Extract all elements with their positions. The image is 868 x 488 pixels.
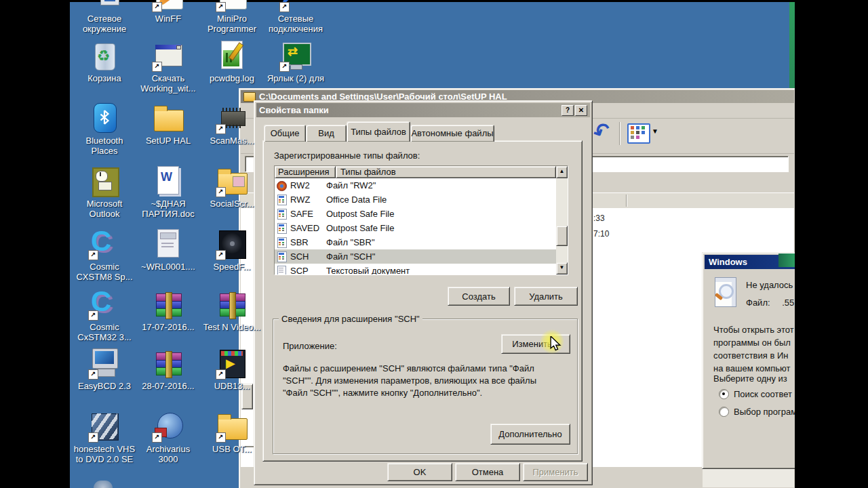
- file-type-row-sbr[interactable]: SBRФайл "SBR": [275, 235, 556, 249]
- desktop-icon-label[interactable]: Test N Video...: [201, 322, 263, 332]
- desktop-icon-net-conn[interactable]: ↗: [279, 0, 312, 12]
- create-button[interactable]: Создать: [448, 287, 510, 306]
- file-type-row-rwz[interactable]: RWZOffice Data File: [275, 192, 556, 207]
- desktop-icon-net-places[interactable]: [88, 0, 121, 12]
- advanced-button[interactable]: Дополнительно: [490, 424, 570, 445]
- tab-вид[interactable]: Вид: [306, 125, 347, 142]
- desktop-icon-winff[interactable]: ↗: [152, 0, 184, 12]
- scroll-down-button[interactable]: ▼: [556, 262, 568, 274]
- desktop-icon-cosmic[interactable]: C↗: [88, 228, 121, 260]
- desktop-icon-minipro[interactable]: ↗: [216, 0, 248, 12]
- desktop-icon-winrar[interactable]: [152, 347, 184, 380]
- desktop-icon-label[interactable]: ScanMas...: [201, 136, 263, 146]
- desktop-icon-vhs[interactable]: ↗: [88, 410, 121, 443]
- file-type-row-safe[interactable]: SAFEOutpost Safe File: [275, 207, 556, 221]
- desktop-icon-archivarius[interactable]: ↗: [152, 410, 184, 443]
- desktop-icon-label[interactable]: EasyBCD 2.3: [73, 381, 136, 391]
- desktop-icon-label[interactable]: Cosmic CxSTM32 3...: [73, 322, 136, 342]
- screen: Сетевое окружение↗WinFF↗MiniPro Programm…: [0, 0, 868, 488]
- views-icon[interactable]: [627, 123, 650, 144]
- apply-button[interactable]: Применить: [523, 463, 588, 481]
- desktop-icon-winrar[interactable]: [152, 288, 184, 321]
- desktop-icon-outlook[interactable]: [88, 165, 121, 197]
- cancel-button[interactable]: Отмена: [455, 463, 520, 481]
- folder-options-titlebar[interactable]: Свойства папки ? ✕: [256, 103, 590, 117]
- delete-button[interactable]: Удалить: [514, 287, 578, 306]
- undo-arrow-icon[interactable]: ↶: [589, 117, 615, 145]
- file-type-icon: [277, 195, 287, 205]
- desktop-icon-chip[interactable]: ↗: [216, 102, 248, 134]
- column-header-extensions[interactable]: Расширения: [275, 166, 336, 178]
- radio-icon[interactable]: [719, 407, 729, 417]
- scroll-up-button[interactable]: ▲: [556, 166, 568, 178]
- file-type-row-saved[interactable]: SAVEDOutpost Safe File: [275, 221, 556, 235]
- desktop-icon-label[interactable]: 28-07-2016...: [137, 381, 199, 391]
- desktop-icon-log-doc[interactable]: [216, 39, 248, 72]
- desktop-icon-window-app[interactable]: ↗: [152, 39, 184, 72]
- desktop-icon-folder[interactable]: [152, 102, 184, 134]
- desktop-icon-label[interactable]: Microsoft Outlook: [73, 199, 136, 219]
- desktop-icon-label[interactable]: Cosmic CXSTM8 Sp...: [73, 262, 136, 282]
- desktop-icon-easybcd[interactable]: ↗: [88, 347, 121, 380]
- tab-автономные-файлы[interactable]: Автономные файлы: [410, 125, 494, 142]
- desktop-icon-label[interactable]: MiniPro Programmer: [201, 14, 263, 34]
- ok-button[interactable]: OK: [387, 463, 452, 481]
- list-scrollbar[interactable]: ▲ ▼: [556, 166, 568, 274]
- shortcut-arrow-icon: ↗: [152, 2, 162, 12]
- tab-типы-файлов[interactable]: Типы файлов: [347, 121, 410, 142]
- desktop-icon-label[interactable]: Bluetooth Places: [73, 136, 136, 156]
- desktop-icon-label[interactable]: Сетевые подключения: [264, 14, 327, 34]
- file-type-icon: [277, 251, 287, 262]
- desktop-icon-cosmic[interactable]: C↗: [88, 288, 121, 321]
- file-type-row-rw2[interactable]: RW2Файл "RW2": [275, 178, 556, 192]
- help-button[interactable]: ?: [561, 105, 574, 116]
- shortcut-arrow-icon: ↗: [88, 310, 98, 321]
- desktop-icon-label[interactable]: SpeedF...: [201, 262, 263, 272]
- file-type-icon: [277, 209, 287, 219]
- desktop-icon-label[interactable]: ~$ДНАЯ ПАРТИЯ.doc: [137, 199, 199, 219]
- desktop-icon-label[interactable]: Скачать Working_wit...: [137, 73, 199, 94]
- desktop-icon-label[interactable]: WinFF: [137, 14, 199, 24]
- file-type-row-scp[interactable]: SCPТекстовый документ: [275, 264, 556, 275]
- radio-icon[interactable]: [719, 389, 729, 399]
- desktop-icon-label[interactable]: honestech VHS to DVD 2.0 SE: [73, 444, 136, 464]
- desktop-icon-label[interactable]: SocialScr...: [201, 199, 263, 209]
- column-header-types[interactable]: Типы файлов: [336, 166, 556, 178]
- close-button[interactable]: ✕: [575, 105, 587, 116]
- extension-description: Файлы с расширением "SCH" являются файла…: [283, 363, 574, 399]
- desktop-icon-word-doc[interactable]: W: [152, 165, 184, 197]
- desktop-icon-label[interactable]: 17-07-2016...: [137, 322, 199, 332]
- desktop-icon-winrar[interactable]: [216, 288, 248, 321]
- file-types-list[interactable]: Расширения Типы файлов RW2Файл "RW2"RWZO…: [274, 165, 568, 275]
- toolbar-separator: [619, 122, 620, 145]
- desktop-icon-page-grey[interactable]: [152, 228, 184, 260]
- tab-общие[interactable]: Общие: [264, 125, 306, 142]
- desktop-icon-folder[interactable]: ↗: [216, 410, 248, 443]
- file-type-row-sch[interactable]: SCHФайл "SCH": [275, 249, 556, 264]
- open-with-icon: [713, 277, 741, 310]
- desktop-icon-label[interactable]: Сетевое окружение: [73, 14, 136, 34]
- scroll-thumb[interactable]: [556, 226, 568, 246]
- desktop-icon-media[interactable]: ▶↗: [216, 347, 248, 380]
- desktop-icon-bluetooth[interactable]: [88, 102, 121, 134]
- desktop-icon-monitor-green[interactable]: ⇄↗: [279, 39, 312, 72]
- desktop-icon-label[interactable]: Ярлык (2) для: [264, 73, 327, 83]
- desktop-icon-label[interactable]: ~WRL0001....: [137, 262, 199, 272]
- desktop-icon-label[interactable]: SetUP HAL: [137, 136, 199, 146]
- desktop-icon-recycle[interactable]: ♻: [88, 39, 121, 72]
- desktop-icon-label[interactable]: USB OT...: [201, 444, 263, 454]
- desktop-icon-label[interactable]: pcwdbg.log: [201, 73, 263, 83]
- edge-artifact: [789, 0, 795, 88]
- desktop-icon-fan[interactable]: ↗: [216, 228, 248, 260]
- explorer-statusbar-light: [703, 468, 794, 487]
- shortcut-arrow-icon: ↗: [216, 124, 226, 134]
- desktop-icon-label[interactable]: UDB13...: [201, 381, 263, 391]
- desktop-icon-folder-pic[interactable]: ↗: [216, 165, 248, 197]
- application-label: Приложение:: [283, 341, 337, 351]
- tab-strip: ОбщиеВидТипы файловАвтономные файлы: [264, 123, 583, 141]
- desktop-icon-label[interactable]: Корзина: [73, 73, 136, 83]
- desktop-icon-label[interactable]: Archivarius 3000: [137, 444, 199, 464]
- shortcut-arrow-icon: ↗: [279, 2, 290, 12]
- views-dropdown-icon[interactable]: ▼: [652, 127, 658, 135]
- letterbox-top: [0, 0, 868, 2]
